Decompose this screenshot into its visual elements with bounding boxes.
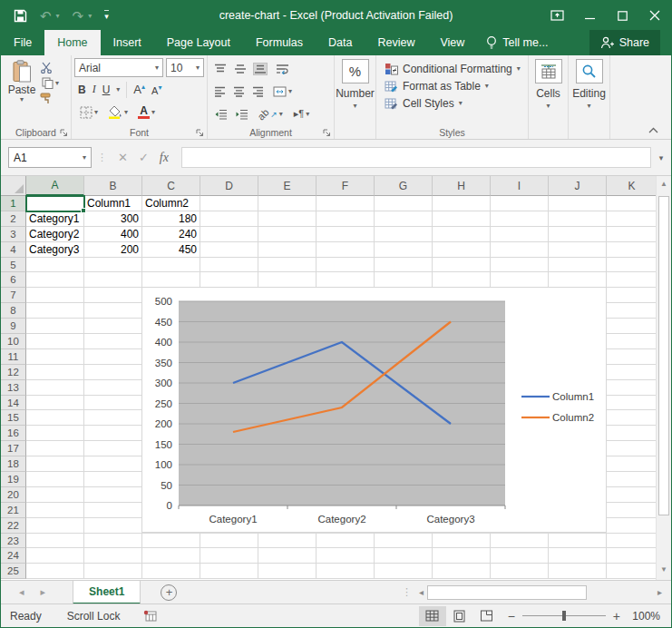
- align-left-icon[interactable]: [214, 86, 226, 97]
- cell-B4[interactable]: 200: [84, 242, 142, 258]
- redo-dropdown-icon[interactable]: ▾: [88, 12, 92, 20]
- cell-A11[interactable]: [26, 349, 84, 365]
- row-header-1[interactable]: 1: [1, 196, 26, 211]
- row-header-24[interactable]: 24: [1, 548, 26, 564]
- vertical-scrollbar[interactable]: ▲ ▼: [656, 176, 671, 580]
- row-header-15[interactable]: 15: [1, 410, 26, 426]
- cell-K23[interactable]: [607, 534, 657, 549]
- cell-A6[interactable]: [26, 272, 84, 288]
- conditional-formatting-button[interactable]: Conditional Formatting▾: [385, 63, 521, 75]
- cell-I24[interactable]: [491, 548, 549, 564]
- row-header-16[interactable]: 16: [1, 426, 26, 441]
- cell-E23[interactable]: [258, 534, 317, 549]
- cell-F25[interactable]: [317, 564, 375, 579]
- cell-A3[interactable]: Category2: [26, 227, 84, 242]
- maximize-button[interactable]: [606, 1, 638, 30]
- cell-J23[interactable]: [549, 534, 607, 549]
- row-header-20[interactable]: 20: [1, 487, 26, 503]
- chart[interactable]: 050100150200250300350400450500Category1C…: [141, 287, 607, 533]
- cell-C24[interactable]: [142, 548, 200, 564]
- cell-F2[interactable]: [317, 211, 375, 227]
- cell-D5[interactable]: [200, 258, 258, 273]
- macro-record-icon[interactable]: [143, 610, 157, 622]
- cell-A14[interactable]: [26, 396, 84, 411]
- underline-button[interactable]: U: [102, 83, 111, 96]
- cell-K20[interactable]: [607, 487, 657, 503]
- cell-K16[interactable]: [607, 426, 657, 441]
- page-layout-view-icon[interactable]: [446, 606, 473, 626]
- cell-B17[interactable]: [84, 441, 142, 456]
- cell-A17[interactable]: [26, 441, 84, 456]
- cell-G2[interactable]: [375, 211, 433, 227]
- cell-C4[interactable]: 450: [142, 242, 200, 258]
- cell-K24[interactable]: [607, 548, 657, 564]
- cell-I6[interactable]: [491, 272, 549, 288]
- cell-H24[interactable]: [433, 548, 491, 564]
- cell-B16[interactable]: [84, 426, 142, 441]
- cell-B25[interactable]: [84, 564, 142, 579]
- cell-F3[interactable]: [317, 227, 375, 242]
- scroll-up-icon[interactable]: ▲: [657, 176, 671, 191]
- tab-view[interactable]: View: [427, 30, 477, 55]
- cells-dropdown-icon[interactable]: ▾: [546, 103, 550, 110]
- collapse-ribbon-icon[interactable]: [648, 127, 658, 133]
- row-header-5[interactable]: 5: [1, 258, 26, 273]
- cell-J2[interactable]: [549, 211, 607, 227]
- row-header-8[interactable]: 8: [1, 303, 26, 319]
- cell-F4[interactable]: [317, 242, 375, 258]
- cancel-icon[interactable]: ✕: [118, 151, 128, 164]
- format-painter-icon[interactable]: [40, 93, 61, 104]
- vertical-scrollbar-thumb[interactable]: [658, 196, 669, 515]
- cell-K8[interactable]: [607, 303, 657, 319]
- cell-C25[interactable]: [142, 564, 200, 579]
- increase-indent-icon[interactable]: [235, 109, 248, 120]
- font-size-select[interactable]: 10▾: [166, 58, 204, 77]
- cell-K6[interactable]: [607, 272, 657, 288]
- cell-styles-button[interactable]: Cell Styles▾: [385, 97, 521, 110]
- cell-B18[interactable]: [84, 456, 142, 472]
- row-header-12[interactable]: 12: [1, 365, 26, 380]
- tell-me-box[interactable]: Tell me...: [477, 30, 557, 55]
- cell-J1[interactable]: [549, 196, 607, 211]
- underline-dropdown-icon[interactable]: ▾: [116, 86, 120, 93]
- name-box[interactable]: A1 ▾: [8, 147, 92, 168]
- align-center-icon[interactable]: [233, 86, 245, 97]
- cell-J4[interactable]: [549, 242, 607, 258]
- cell-G6[interactable]: [375, 272, 433, 288]
- cell-I4[interactable]: [491, 242, 549, 258]
- formula-input[interactable]: [181, 147, 651, 168]
- share-button[interactable]: Share: [589, 30, 660, 55]
- cell-A12[interactable]: [26, 365, 84, 380]
- cell-J5[interactable]: [549, 258, 607, 273]
- cell-E4[interactable]: [258, 242, 317, 258]
- cell-B19[interactable]: [84, 472, 142, 487]
- cell-D3[interactable]: [200, 227, 258, 242]
- scroll-left-icon[interactable]: ◂: [419, 587, 424, 597]
- cell-B5[interactable]: [84, 258, 142, 273]
- cell-A22[interactable]: [26, 518, 84, 534]
- cell-E6[interactable]: [258, 272, 317, 288]
- undo-dropdown-icon[interactable]: ▾: [56, 12, 60, 20]
- undo-icon[interactable]: ↶: [40, 9, 52, 23]
- expand-formula-bar-icon[interactable]: ▾: [651, 153, 671, 162]
- cell-A19[interactable]: [26, 472, 84, 487]
- tab-review[interactable]: Review: [365, 30, 427, 55]
- tab-home[interactable]: Home: [44, 30, 100, 55]
- increase-font-size-button[interactable]: A▴: [133, 83, 145, 96]
- merge-center-icon[interactable]: ▾: [271, 85, 294, 98]
- row-header-9[interactable]: 9: [1, 319, 26, 334]
- column-header-D[interactable]: D: [200, 176, 258, 196]
- sheet-tab-sheet1[interactable]: Sheet1: [73, 581, 141, 604]
- cell-B6[interactable]: [84, 272, 142, 288]
- cell-B11[interactable]: [84, 349, 142, 365]
- cell-A1[interactable]: [26, 196, 84, 211]
- row-header-11[interactable]: 11: [1, 349, 26, 365]
- cell-E25[interactable]: [258, 564, 317, 579]
- scroll-right-icon[interactable]: ▸: [657, 587, 662, 597]
- copy-icon[interactable]: ▾: [40, 76, 61, 90]
- cell-A9[interactable]: [26, 319, 84, 334]
- cell-A8[interactable]: [26, 303, 84, 319]
- row-header-6[interactable]: 6: [1, 272, 26, 288]
- column-header-F[interactable]: F: [317, 176, 375, 196]
- ribbon-display-options-icon[interactable]: [541, 1, 573, 30]
